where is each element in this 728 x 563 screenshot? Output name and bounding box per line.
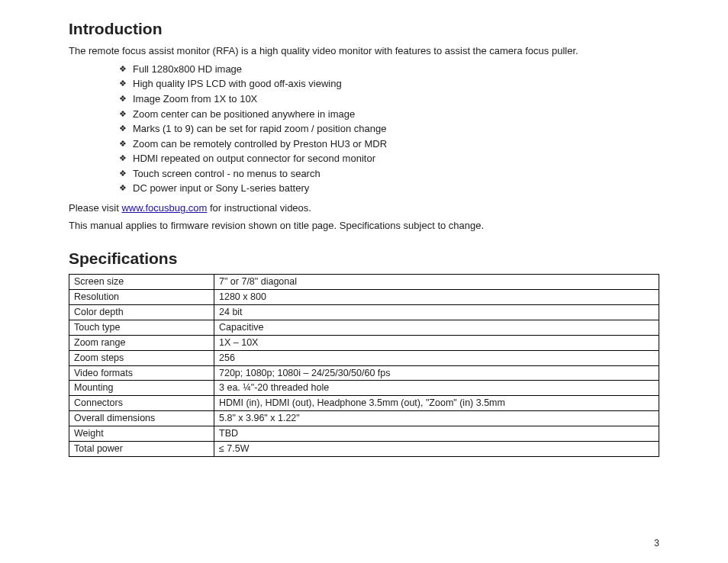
page-number: 3 [654,537,659,549]
spec-value: 1X – 10X [214,335,659,350]
spec-label: Connectors [69,396,214,411]
spec-label: Touch type [69,320,214,335]
list-item: Image Zoom from 1X to 10X [119,92,659,108]
spec-value: 3 ea. ¼"-20 threaded hole [214,381,659,396]
spec-value: 24 bit [214,305,659,320]
table-row: Touch type Capacitive [69,320,659,335]
table-row: Mounting 3 ea. ¼"-20 threaded hole [69,381,659,396]
spec-label: Total power [69,441,214,456]
intro-heading: Introduction [69,18,659,40]
spec-value: 7" or 7/8" diagonal [214,275,659,290]
table-row: Zoom range 1X – 10X [69,335,659,350]
link-prefix: Please visit [69,202,121,214]
spec-value: 1280 x 800 [214,290,659,305]
list-item: Marks (1 to 9) can be set for rapid zoom… [119,122,659,137]
spec-value: 720p; 1080p; 1080i – 24/25/30/50/60 fps [214,365,659,381]
spec-value: Capacitive [214,320,659,335]
list-item: High quality IPS LCD with good off-axis … [119,77,659,92]
spec-heading: Specifications [69,248,659,269]
spec-label: Overall dimensions [69,411,214,426]
feature-list: Full 1280x800 HD image High quality IPS … [69,63,659,197]
spec-label: Zoom steps [69,350,214,365]
spec-table: Screen size 7" or 7/8" diagonal Resoluti… [69,274,659,457]
table-row: Zoom steps 256 [69,350,659,365]
spec-label: Video formats [69,365,214,381]
table-row: Weight TBD [69,426,659,442]
website-link[interactable]: www.focusbug.com [121,202,207,214]
spec-value: 256 [214,350,659,365]
spec-value: HDMI (in), HDMI (out), Headphone 3.5mm (… [214,396,659,411]
intro-paragraph-3: This manual applies to firmware revision… [69,219,659,233]
link-suffix: for instructional videos. [207,202,311,214]
spec-value: ≤ 7.5W [214,441,659,456]
spec-label: Zoom range [69,335,214,350]
table-row: Screen size 7" or 7/8" diagonal [69,275,659,290]
list-item: DC power input or Sony L-series battery [119,182,659,197]
table-row: Color depth 24 bit [69,305,659,320]
table-row: Resolution 1280 x 800 [69,290,659,305]
spec-label: Screen size [69,275,214,290]
spec-label: Color depth [69,305,214,320]
spec-value: TBD [214,426,659,442]
intro-paragraph-link: Please visit www.focusbug.com for instru… [69,201,659,215]
list-item: Zoom center can be positioned anywhere i… [119,108,659,123]
intro-paragraph-1: The remote focus assist monitor (RFA) is… [69,44,659,58]
spec-label: Mounting [69,381,214,396]
spec-value: 5.8" x 3.96" x 1.22" [214,411,659,426]
table-row: Connectors HDMI (in), HDMI (out), Headph… [69,396,659,411]
spec-label: Weight [69,426,214,442]
table-row: Overall dimensions 5.8" x 3.96" x 1.22" [69,411,659,426]
spec-label: Resolution [69,290,214,305]
table-row: Total power ≤ 7.5W [69,441,659,456]
list-item: Zoom can be remotely controlled by Prest… [119,137,659,153]
list-item: HDMI repeated on output connector for se… [119,152,659,167]
list-item: Full 1280x800 HD image [119,63,659,78]
list-item: Touch screen control - no menus to searc… [119,167,659,182]
table-row: Video formats 720p; 1080p; 1080i – 24/25… [69,365,659,381]
